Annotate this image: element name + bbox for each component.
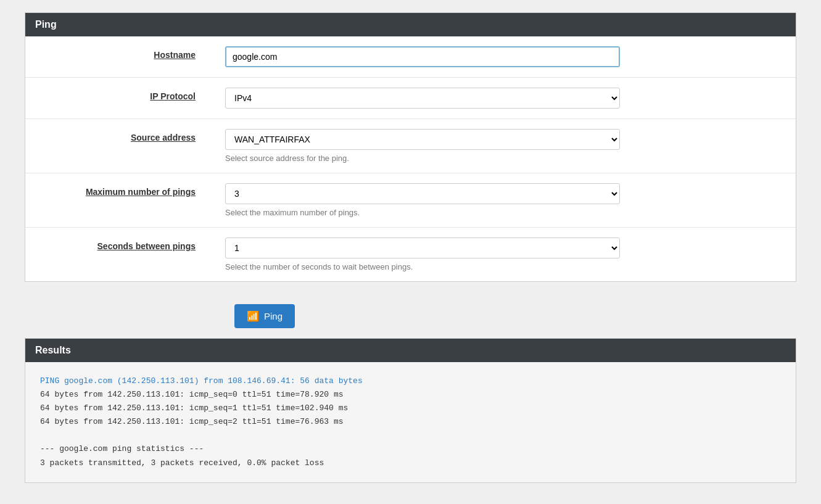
- ip-protocol-label: IP Protocol: [150, 91, 196, 101]
- seconds-between-label-cell: Seconds between pings: [25, 228, 210, 282]
- result-line: 64 bytes from 142.250.113.101: icmp_seq=…: [40, 402, 781, 415]
- ping-panel: Ping Hostname google.com IP Protocol: [25, 12, 796, 282]
- ping-form-table: Hostname google.com IP Protocol IPv4 IPv…: [25, 36, 796, 281]
- max-pings-help: Select the maximum number of pings.: [225, 208, 781, 217]
- source-address-select[interactable]: WAN_ATTFAIRFAX LAN WAN2: [225, 129, 620, 150]
- seconds-between-help: Select the number of seconds to wait bet…: [225, 262, 781, 271]
- max-pings-label: Maximum number of pings: [86, 187, 196, 197]
- result-line: --- google.com ping statistics ---: [40, 442, 781, 456]
- max-pings-select[interactable]: 1 2 3 4 5: [225, 183, 620, 204]
- seconds-between-row: Seconds between pings 1 2 3 5 Select the…: [25, 228, 796, 282]
- seconds-between-label: Seconds between pings: [97, 241, 196, 251]
- hostname-input[interactable]: google.com: [225, 46, 620, 67]
- ping-button[interactable]: 📶 Ping: [234, 304, 295, 328]
- hostname-row: Hostname google.com: [25, 36, 796, 78]
- ip-protocol-input-cell: IPv4 IPv6: [210, 78, 796, 119]
- source-address-row: Source address WAN_ATTFAIRFAX LAN WAN2 S…: [25, 119, 796, 173]
- seconds-between-input-cell: 1 2 3 5 Select the number of seconds to …: [210, 228, 796, 282]
- max-pings-row: Maximum number of pings 1 2 3 4 5 Select…: [25, 173, 796, 228]
- ip-protocol-label-cell: IP Protocol: [25, 78, 210, 119]
- source-address-label: Source address: [131, 133, 196, 143]
- ip-protocol-row: IP Protocol IPv4 IPv6: [25, 78, 796, 119]
- source-address-label-cell: Source address: [25, 119, 210, 173]
- hostname-label: Hostname: [154, 50, 196, 60]
- ping-wifi-icon: 📶: [247, 310, 259, 322]
- ping-title-text: Ping: [35, 19, 57, 30]
- max-pings-label-cell: Maximum number of pings: [25, 173, 210, 228]
- source-address-input-cell: WAN_ATTFAIRFAX LAN WAN2 Select source ad…: [210, 119, 796, 173]
- ping-panel-title: Ping: [25, 13, 796, 36]
- ping-button-label: Ping: [264, 311, 283, 321]
- source-address-help: Select source address for the ping.: [225, 154, 781, 163]
- results-title-text: Results: [35, 345, 71, 355]
- result-line: 3 packets transmitted, 3 packets receive…: [40, 456, 781, 470]
- seconds-between-select[interactable]: 1 2 3 5: [225, 238, 620, 258]
- max-pings-input-cell: 1 2 3 4 5 Select the maximum number of p…: [210, 173, 796, 228]
- result-line: 64 bytes from 142.250.113.101: icmp_seq=…: [40, 388, 781, 402]
- results-panel: Results PING google.com (142.250.113.101…: [25, 338, 796, 483]
- hostname-label-cell: Hostname: [25, 36, 210, 78]
- result-line: [40, 429, 781, 442]
- hostname-input-cell: google.com: [210, 36, 796, 78]
- results-content: PING google.com (142.250.113.101) from 1…: [25, 362, 796, 482]
- result-line: 64 bytes from 142.250.113.101: icmp_seq=…: [40, 415, 781, 429]
- results-panel-title: Results: [25, 339, 796, 362]
- ip-protocol-select[interactable]: IPv4 IPv6: [225, 88, 620, 109]
- result-line: PING google.com (142.250.113.101) from 1…: [40, 374, 781, 388]
